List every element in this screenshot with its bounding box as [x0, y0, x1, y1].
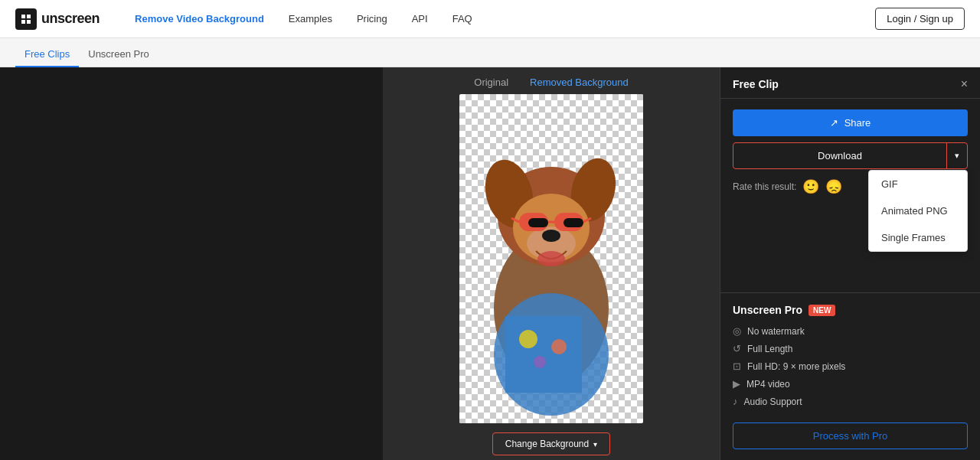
- change-background-button[interactable]: Change Background ▾: [492, 432, 610, 455]
- sub-nav-free-clips[interactable]: Free Clips: [15, 48, 79, 67]
- download-row: Download ▾ GIF Animated PNG Single Frame…: [733, 142, 968, 169]
- mp4-icon: ▶: [733, 378, 740, 390]
- main-content: Original Removed Background: [0, 67, 980, 460]
- svg-point-21: [519, 330, 537, 348]
- pro-section: Unscreen Pro NEW ◎ No watermark ↺ Full L…: [720, 292, 980, 460]
- dropdown-item-animated-png[interactable]: Animated PNG: [869, 197, 967, 224]
- svg-rect-13: [528, 218, 548, 227]
- svg-rect-14: [564, 218, 583, 227]
- nav-faq[interactable]: FAQ: [440, 0, 485, 38]
- no-watermark-label: No watermark: [747, 326, 805, 337]
- image-tabs: Original Removed Background: [383, 67, 720, 94]
- share-icon: ↗: [830, 117, 838, 129]
- logo-text: unscreen: [41, 11, 100, 27]
- process-pro-button[interactable]: Process with Pro: [733, 422, 968, 449]
- right-panel: Free Clip × ↗ Share Download ▾ GIF Anima…: [720, 67, 980, 460]
- full-hd-label: Full HD: 9 × more pixels: [747, 361, 845, 372]
- logo-icon: [15, 8, 37, 30]
- panel-body: ↗ Share Download ▾ GIF Animated PNG Sing…: [720, 99, 980, 292]
- nav-pricing[interactable]: Pricing: [345, 0, 400, 38]
- rate-thumbsup-icon[interactable]: 🙂: [802, 178, 819, 195]
- left-panel: [0, 67, 383, 460]
- mp4-label: MP4 video: [746, 379, 790, 390]
- svg-point-18: [537, 251, 565, 266]
- logo[interactable]: unscreen: [15, 8, 100, 30]
- nav-examples[interactable]: Examples: [276, 0, 345, 38]
- svg-rect-1: [27, 15, 31, 18]
- svg-point-22: [551, 339, 567, 354]
- tab-original[interactable]: Original: [466, 77, 516, 88]
- pro-feature-4: ♪ Audio Support: [733, 396, 968, 407]
- pro-header: Unscreen Pro NEW: [733, 304, 968, 316]
- full-length-icon: ↺: [733, 343, 741, 354]
- main-nav: Remove Video Background Examples Pricing…: [122, 0, 875, 38]
- login-button[interactable]: Login / Sign up: [875, 8, 965, 30]
- svg-point-23: [534, 356, 546, 368]
- nav-api[interactable]: API: [400, 0, 440, 38]
- svg-rect-2: [21, 20, 25, 24]
- sub-navigation: Free Clips Unscreen Pro: [0, 38, 980, 67]
- download-dropdown: GIF Animated PNG Single Frames: [868, 170, 968, 252]
- dropdown-item-single-frames[interactable]: Single Frames: [869, 224, 967, 251]
- panel-header: Free Clip ×: [720, 67, 980, 99]
- share-label: Share: [844, 117, 871, 129]
- image-area: Original Removed Background: [383, 67, 720, 460]
- audio-label: Audio Support: [744, 396, 802, 407]
- dropdown-item-gif[interactable]: GIF: [869, 171, 967, 197]
- download-button[interactable]: Download: [733, 143, 946, 168]
- pro-title: Unscreen Pro: [733, 304, 802, 316]
- image-container: [459, 94, 643, 423]
- close-button[interactable]: ×: [961, 78, 968, 90]
- tab-removed-bg[interactable]: Removed Background: [522, 77, 636, 88]
- full-hd-icon: ⊡: [733, 360, 741, 372]
- change-bg-label: Change Background: [505, 439, 589, 449]
- download-dropdown-toggle[interactable]: ▾: [946, 143, 967, 168]
- main-header: unscreen Remove Video Background Example…: [0, 0, 980, 38]
- full-length-label: Full Length: [747, 344, 792, 354]
- dog-image: [459, 94, 643, 423]
- pro-feature-2: ⊡ Full HD: 9 × more pixels: [733, 360, 968, 372]
- rate-label: Rate this result:: [733, 181, 796, 192]
- no-watermark-icon: ◎: [733, 325, 741, 337]
- panel-title: Free Clip: [733, 78, 779, 90]
- nav-remove-bg[interactable]: Remove Video Background: [122, 0, 276, 38]
- share-button[interactable]: ↗ Share: [733, 109, 968, 136]
- new-badge: NEW: [808, 305, 835, 316]
- svg-point-10: [542, 230, 560, 242]
- chevron-down-icon: ▾: [593, 440, 597, 449]
- svg-rect-20: [505, 316, 582, 393]
- pro-feature-1: ↺ Full Length: [733, 343, 968, 354]
- pro-feature-0: ◎ No watermark: [733, 325, 968, 337]
- svg-rect-3: [27, 20, 31, 24]
- audio-icon: ♪: [733, 396, 738, 407]
- svg-rect-0: [21, 15, 25, 18]
- pro-feature-3: ▶ MP4 video: [733, 378, 968, 390]
- sub-nav-pro[interactable]: Unscreen Pro: [79, 48, 158, 67]
- rate-thumbsdown-icon[interactable]: 😞: [825, 178, 842, 195]
